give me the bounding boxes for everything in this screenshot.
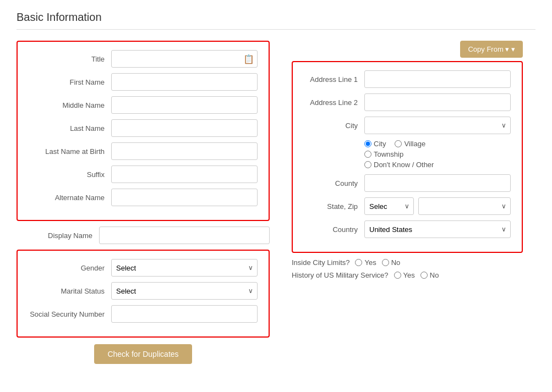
other-radio-text: Don't Know / Other	[374, 161, 434, 169]
county-input[interactable]	[364, 174, 511, 192]
title-input[interactable]	[111, 50, 258, 68]
city-radio[interactable]	[364, 140, 371, 147]
name-section: Title 📋 First Name Brandon Middle Name L…	[17, 41, 270, 221]
city-type-row1: City Village	[364, 140, 511, 148]
title-row: Title 📋	[29, 50, 258, 68]
military-no-label[interactable]: No	[420, 271, 439, 279]
county-row: County	[304, 174, 511, 192]
address-line1-input[interactable]	[364, 70, 511, 88]
last-name-label: Last Name	[29, 124, 111, 132]
other-radio[interactable]	[364, 161, 371, 168]
last-name-birth-input[interactable]	[111, 142, 258, 160]
state-zip-label: State, Zip	[304, 202, 364, 211]
address-line2-row: Address Line 2	[304, 93, 511, 111]
state-zip-row: State, Zip Selec ∨ ∨	[304, 197, 511, 215]
township-radio[interactable]	[364, 151, 371, 158]
page-title: Basic Information	[17, 11, 535, 30]
city-limits-yes-radio[interactable]	[355, 259, 362, 266]
city-radio-label[interactable]: City	[364, 140, 386, 148]
display-name-input[interactable]	[99, 227, 270, 244]
military-yes-label[interactable]: Yes	[394, 271, 415, 279]
village-radio-text: Village	[404, 140, 425, 148]
state-select[interactable]: Selec	[364, 197, 414, 215]
city-row: City ∨	[304, 117, 511, 134]
address-section: Address Line 1 Address Line 2 City ∨	[292, 61, 523, 253]
middle-name-input[interactable]	[111, 96, 258, 114]
copy-from-button[interactable]: Copy From ▾	[460, 41, 523, 58]
demographics-section: Gender Select Male Female Other ∨ Marita…	[17, 250, 270, 338]
last-name-row: Last Name Harris	[29, 119, 258, 137]
city-type-group: City Village Township D	[364, 140, 511, 169]
country-select[interactable]: United States Canada Mexico Other	[364, 220, 511, 238]
ssn-input[interactable]	[111, 305, 258, 323]
middle-name-row: Middle Name	[29, 96, 258, 114]
county-label: County	[304, 179, 364, 187]
military-no-radio[interactable]	[420, 272, 428, 279]
address-line2-label: Address Line 2	[304, 98, 364, 107]
calendar-icon: 📋	[243, 54, 254, 64]
country-select-wrapper: United States Canada Mexico Other ∨	[364, 220, 511, 238]
zip-select[interactable]	[418, 197, 511, 215]
suffix-label: Suffix	[29, 170, 111, 179]
city-limits-no-label[interactable]: No	[382, 258, 401, 267]
gender-row: Gender Select Male Female Other ∨	[29, 259, 258, 277]
city-type-row2: Township	[364, 150, 511, 158]
zip-select-wrapper: ∨	[418, 197, 511, 215]
other-radio-label[interactable]: Don't Know / Other	[364, 161, 434, 169]
city-limits-no-radio[interactable]	[382, 259, 389, 266]
alternate-name-row: Alternate Name	[29, 189, 258, 206]
city-label: City	[304, 122, 364, 130]
marital-select-wrapper: Select Single Married Divorced Widowed ∨	[111, 282, 258, 300]
city-limits-label: Inside City Limits?	[292, 258, 349, 267]
last-name-birth-label: Last Name at Birth	[29, 147, 111, 156]
title-field-wrapper: 📋	[111, 50, 258, 68]
gender-select-wrapper: Select Male Female Other ∨	[111, 259, 258, 277]
last-name-birth-row: Last Name at Birth	[29, 142, 258, 160]
military-yes-radio[interactable]	[394, 272, 401, 279]
check-duplicates-button[interactable]: Check for Duplicates	[94, 344, 192, 364]
village-radio[interactable]	[395, 140, 402, 147]
ssn-row: Social Security Number	[29, 305, 258, 323]
city-radio-text: City	[374, 140, 386, 148]
display-name-label: Display Name	[17, 231, 99, 240]
village-radio-label[interactable]: Village	[395, 140, 425, 148]
gender-select[interactable]: Select Male Female Other	[111, 259, 258, 277]
city-select[interactable]	[364, 117, 511, 134]
suffix-row: Suffix	[29, 165, 258, 183]
military-no-text: No	[430, 271, 439, 279]
country-row: Country United States Canada Mexico Othe…	[304, 220, 511, 238]
suffix-input[interactable]	[111, 165, 258, 183]
display-name-row: Display Name	[17, 227, 270, 244]
city-type-row3: Don't Know / Other	[364, 161, 511, 169]
alternate-name-label: Alternate Name	[29, 194, 111, 202]
last-name-input[interactable]: Harris	[111, 119, 258, 137]
alternate-name-input[interactable]	[111, 189, 258, 206]
marital-status-label: Marital Status	[29, 287, 111, 295]
gender-label: Gender	[29, 264, 111, 272]
first-name-input[interactable]: Brandon	[111, 73, 258, 91]
left-panel: Title 📋 First Name Brandon Middle Name L…	[17, 41, 270, 364]
city-limits-no-text: No	[391, 258, 401, 267]
state-select-wrapper: Selec ∨	[364, 197, 414, 215]
city-select-wrapper: ∨	[364, 117, 511, 134]
first-name-row: First Name Brandon	[29, 73, 258, 91]
marital-status-select[interactable]: Select Single Married Divorced Widowed	[111, 282, 258, 300]
city-limits-row: Inside City Limits? Yes No	[292, 258, 523, 267]
township-radio-text: Township	[374, 150, 403, 158]
military-service-row: History of US Military Service? Yes No	[292, 271, 523, 279]
ssn-label: Social Security Number	[29, 310, 111, 318]
military-service-label: History of US Military Service?	[292, 271, 389, 279]
middle-name-label: Middle Name	[29, 101, 111, 109]
right-panel: Copy From ▾ Address Line 1 Address Line …	[292, 41, 523, 284]
country-label: Country	[304, 225, 364, 234]
address-line1-row: Address Line 1	[304, 70, 511, 88]
marital-status-row: Marital Status Select Single Married Div…	[29, 282, 258, 300]
title-label: Title	[29, 55, 111, 63]
city-limits-yes-text: Yes	[364, 258, 376, 267]
first-name-label: First Name	[29, 78, 111, 86]
city-limits-yes-label[interactable]: Yes	[355, 258, 376, 267]
township-radio-label[interactable]: Township	[364, 150, 403, 158]
address-line2-input[interactable]	[364, 93, 511, 111]
military-yes-text: Yes	[403, 271, 415, 279]
address-line1-label: Address Line 1	[304, 75, 364, 84]
